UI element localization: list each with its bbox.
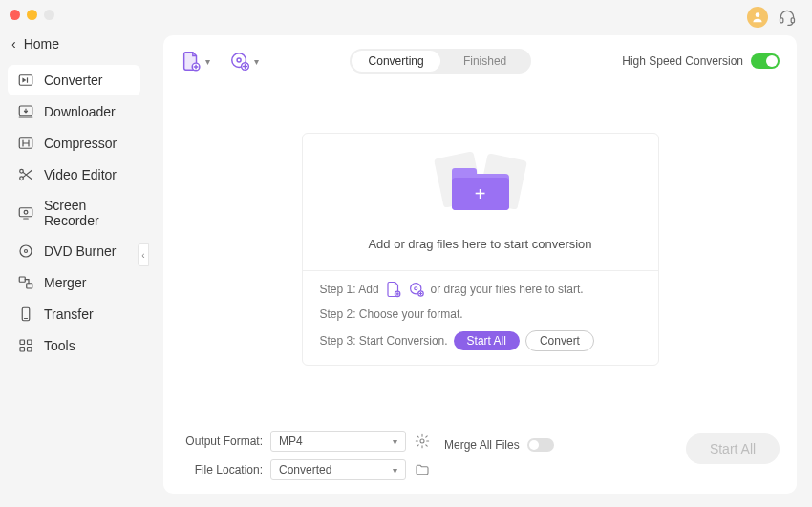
sidebar-item-downloader[interactable]: Downloader bbox=[8, 96, 140, 127]
avatar[interactable] bbox=[747, 7, 768, 28]
tabs-segmented: Converting Finished bbox=[350, 49, 531, 74]
minimize-dot[interactable] bbox=[27, 10, 37, 20]
sidebar-item-label: Downloader bbox=[44, 104, 116, 119]
folder-plus-icon: + bbox=[452, 178, 509, 210]
high-speed-toggle[interactable] bbox=[751, 53, 780, 69]
sidebar-item-compressor[interactable]: Compressor bbox=[8, 128, 140, 158]
sidebar-item-converter[interactable]: Converter bbox=[8, 65, 140, 95]
high-speed-toggle-row: High Speed Conversion bbox=[622, 53, 780, 69]
svg-rect-5 bbox=[19, 208, 32, 217]
window-traffic-lights bbox=[0, 0, 148, 29]
add-file-icon[interactable] bbox=[385, 281, 402, 298]
sidebar-item-label: Video Editor bbox=[44, 167, 117, 182]
home-back[interactable]: ‹ Home bbox=[0, 29, 148, 59]
panel-toolbar: ▾ ▾ Converting Finished High Speed Conve… bbox=[181, 49, 780, 74]
sidebar-item-merger[interactable]: Merger bbox=[8, 267, 140, 298]
scissors-icon bbox=[17, 166, 34, 183]
step-3: Step 3: Start Conversion. Start All Conv… bbox=[320, 330, 641, 351]
close-dot[interactable] bbox=[10, 10, 20, 20]
zoom-dot[interactable] bbox=[44, 10, 54, 20]
chevron-down-icon: ▾ bbox=[393, 465, 397, 475]
sidebar-item-screen-recorder[interactable]: Screen Recorder bbox=[8, 191, 140, 235]
footer-bar: Output Format: MP4 ▾ File Location: Conv… bbox=[163, 421, 797, 494]
svg-rect-13 bbox=[28, 340, 32, 345]
output-settings-icon[interactable] bbox=[414, 433, 431, 450]
support-headset-icon[interactable] bbox=[778, 8, 797, 27]
convert-pill[interactable]: Convert bbox=[525, 330, 594, 351]
sidebar-item-video-editor[interactable]: Video Editor bbox=[8, 159, 140, 190]
drop-zone[interactable]: + Add or drag files here to start conver… bbox=[302, 133, 659, 366]
screen-recorder-icon bbox=[17, 204, 34, 222]
svg-point-6 bbox=[24, 210, 28, 214]
sidebar-item-label: Converter bbox=[44, 73, 102, 88]
drop-message: Add or drag files here to start conversi… bbox=[368, 237, 591, 251]
output-format-label: Output Format: bbox=[181, 434, 263, 448]
output-format-select[interactable]: MP4 ▾ bbox=[270, 431, 406, 452]
converter-icon bbox=[17, 72, 34, 89]
add-disc-button[interactable]: ▾ bbox=[229, 51, 259, 72]
disc-icon bbox=[17, 243, 34, 260]
transfer-icon bbox=[17, 306, 34, 323]
svg-rect-14 bbox=[20, 348, 25, 352]
merge-label: Merge All Files bbox=[444, 438, 520, 452]
sidebar-item-label: DVD Burner bbox=[44, 243, 116, 259]
merge-toggle[interactable] bbox=[527, 438, 554, 452]
sidebar-item-dvd-burner[interactable]: DVD Burner bbox=[8, 236, 140, 266]
compressor-icon bbox=[17, 135, 34, 152]
topbar bbox=[148, 0, 812, 34]
add-file-icon bbox=[181, 51, 202, 72]
drop-illustration: + bbox=[435, 155, 526, 220]
sidebar-item-label: Transfer bbox=[44, 306, 94, 322]
sidebar-item-label: Screen Recorder bbox=[44, 198, 131, 228]
svg-rect-15 bbox=[28, 348, 32, 352]
start-all-button[interactable]: Start All bbox=[686, 433, 780, 464]
file-location-label: File Location: bbox=[181, 463, 263, 476]
high-speed-label: High Speed Conversion bbox=[622, 54, 743, 68]
merger-icon bbox=[17, 274, 34, 291]
svg-rect-10 bbox=[27, 284, 32, 288]
svg-rect-18 bbox=[791, 18, 794, 23]
chevron-left-icon: ‹ bbox=[11, 36, 16, 52]
svg-point-27 bbox=[420, 439, 424, 443]
sidebar-nav: Converter Downloader Compressor Video Ed… bbox=[0, 59, 148, 361]
svg-point-8 bbox=[25, 250, 28, 253]
svg-rect-9 bbox=[19, 277, 25, 282]
chevron-down-icon: ▾ bbox=[254, 56, 259, 67]
merge-row: Merge All Files bbox=[444, 438, 554, 452]
chevron-down-icon: ▾ bbox=[393, 436, 397, 447]
step-1: Step 1: Add or drag your files here to s… bbox=[320, 281, 641, 298]
svg-point-16 bbox=[756, 12, 760, 17]
svg-rect-17 bbox=[780, 18, 783, 23]
sidebar: ‹ Home Converter Downloader Compressor V… bbox=[0, 0, 148, 507]
sidebar-item-label: Merger bbox=[44, 275, 86, 290]
main: ▾ ▾ Converting Finished High Speed Conve… bbox=[148, 0, 812, 507]
sidebar-collapse-handle[interactable]: ‹ bbox=[138, 243, 149, 266]
tab-converting[interactable]: Converting bbox=[352, 51, 440, 72]
sidebar-item-label: Compressor bbox=[44, 136, 117, 151]
add-disc-icon bbox=[229, 51, 250, 72]
sidebar-item-transfer[interactable]: Transfer bbox=[8, 299, 140, 329]
svg-rect-12 bbox=[20, 340, 25, 345]
sidebar-item-tools[interactable]: Tools bbox=[8, 330, 140, 361]
steps: Step 1: Add or drag your files here to s… bbox=[303, 270, 658, 365]
start-all-pill[interactable]: Start All bbox=[454, 331, 520, 350]
download-icon bbox=[17, 103, 34, 120]
chevron-down-icon: ▾ bbox=[205, 56, 210, 67]
open-folder-icon[interactable] bbox=[414, 461, 431, 478]
file-location-select[interactable]: Converted ▾ bbox=[270, 459, 406, 480]
content-panel: ▾ ▾ Converting Finished High Speed Conve… bbox=[163, 35, 797, 494]
tab-finished[interactable]: Finished bbox=[440, 51, 529, 72]
add-file-button[interactable]: ▾ bbox=[181, 51, 210, 72]
add-disc-icon[interactable] bbox=[408, 281, 425, 298]
sidebar-item-label: Tools bbox=[44, 338, 75, 353]
step-2: Step 2: Choose your format. bbox=[320, 307, 641, 321]
grid-icon bbox=[17, 337, 34, 354]
svg-point-7 bbox=[20, 245, 32, 257]
svg-point-21 bbox=[237, 58, 241, 62]
home-label: Home bbox=[24, 36, 59, 52]
svg-point-25 bbox=[414, 287, 417, 290]
